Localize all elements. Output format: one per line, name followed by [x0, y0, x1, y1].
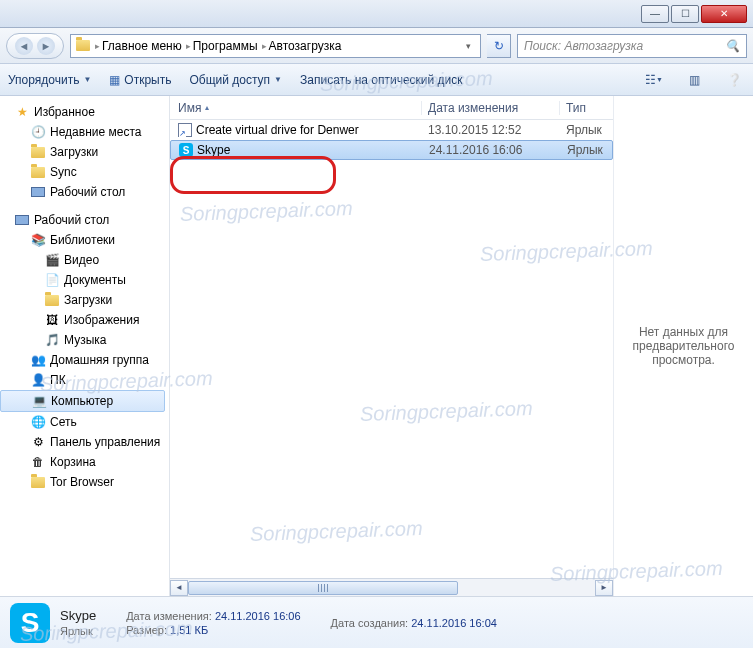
- file-type: Ярлык: [560, 123, 610, 137]
- nav-music[interactable]: 🎵Музыка: [0, 330, 169, 350]
- window-titlebar: — ☐ ✕: [0, 0, 753, 28]
- file-row-selected[interactable]: SSkype 24.11.2016 16:06 Ярлык: [170, 140, 613, 160]
- video-icon: 🎬: [44, 252, 60, 268]
- search-input[interactable]: Поиск: Автозагрузка 🔍: [517, 34, 747, 58]
- minimize-button[interactable]: —: [641, 5, 669, 23]
- view-menu[interactable]: ☷▼: [643, 70, 665, 90]
- libraries-icon: 📚: [30, 232, 46, 248]
- breadcrumb-item[interactable]: ▸Главное меню: [95, 39, 182, 53]
- desktop-header[interactable]: Рабочий стол: [0, 210, 169, 230]
- column-type[interactable]: Тип: [560, 101, 610, 115]
- content-area: Имя▴ Дата изменения Тип Create virtual d…: [170, 96, 753, 596]
- search-icon: 🔍: [725, 39, 740, 53]
- forward-button[interactable]: ►: [37, 37, 55, 55]
- nav-recent[interactable]: 🕘Недавние места: [0, 122, 169, 142]
- address-bar[interactable]: ▸Главное меню ▸Программы ▸Автозагрузка ▾: [70, 34, 481, 58]
- preview-pane: Нет данных для предварительного просмотр…: [613, 96, 753, 596]
- navigation-pane: ★Избранное 🕘Недавние места Загрузки Sync…: [0, 96, 170, 596]
- nav-buttons: ◄ ►: [6, 33, 64, 59]
- nav-homegroup[interactable]: 👥Домашняя группа: [0, 350, 169, 370]
- nav-downloads-lib[interactable]: Загрузки: [0, 290, 169, 310]
- file-date: 24.11.2016 16:06: [423, 143, 561, 157]
- address-dropdown[interactable]: ▾: [460, 41, 476, 51]
- homegroup-icon: 👥: [30, 352, 46, 368]
- size-value: 1,51 КБ: [170, 624, 208, 636]
- folder-icon: [44, 292, 60, 308]
- created-label: Дата создания:: [331, 617, 409, 629]
- nav-computer[interactable]: 💻Компьютер: [0, 390, 165, 412]
- file-name: Create virtual drive for Denwer: [196, 123, 359, 137]
- nav-videos[interactable]: 🎬Видео: [0, 250, 169, 270]
- scroll-track[interactable]: [188, 580, 595, 596]
- preview-empty-text: Нет данных для предварительного просмотр…: [624, 325, 743, 367]
- recent-icon: 🕘: [30, 124, 46, 140]
- close-button[interactable]: ✕: [701, 5, 747, 23]
- nav-desktop-fav[interactable]: Рабочий стол: [0, 182, 169, 202]
- shortcut-icon: [178, 123, 192, 137]
- command-toolbar: Упорядочить▼ ▦Открыть Общий доступ▼ Запи…: [0, 64, 753, 96]
- scroll-right-button[interactable]: ►: [595, 580, 613, 596]
- column-headers: Имя▴ Дата изменения Тип: [170, 96, 613, 120]
- document-icon: 📄: [44, 272, 60, 288]
- star-icon: ★: [14, 104, 30, 120]
- folder-icon: [75, 38, 91, 54]
- file-type: Ярлык: [561, 143, 611, 157]
- created-value: 24.11.2016 16:04: [411, 617, 497, 629]
- nav-network[interactable]: 🌐Сеть: [0, 412, 169, 432]
- maximize-button[interactable]: ☐: [671, 5, 699, 23]
- file-date: 13.10.2015 12:52: [422, 123, 560, 137]
- desktop-icon: [14, 212, 30, 228]
- scroll-left-button[interactable]: ◄: [170, 580, 188, 596]
- nav-control-panel[interactable]: ⚙Панель управления: [0, 432, 169, 452]
- modified-value: 24.11.2016 16:06: [215, 610, 301, 622]
- size-label: Размер:: [126, 624, 167, 636]
- skype-icon: S: [179, 143, 193, 157]
- picture-icon: 🖼: [44, 312, 60, 328]
- file-rows: Create virtual drive for Denwer 13.10.20…: [170, 120, 613, 160]
- open-button[interactable]: ▦Открыть: [109, 73, 171, 87]
- horizontal-scrollbar: ◄ ►: [170, 578, 613, 596]
- skype-icon-large: S: [10, 603, 50, 643]
- refresh-button[interactable]: ↻: [487, 34, 511, 58]
- organize-menu[interactable]: Упорядочить▼: [8, 73, 91, 87]
- file-name: Skype: [197, 143, 230, 157]
- preview-pane-toggle[interactable]: ▥: [683, 70, 705, 90]
- nav-documents[interactable]: 📄Документы: [0, 270, 169, 290]
- nav-recycle-bin[interactable]: 🗑Корзина: [0, 452, 169, 472]
- folder-icon: [30, 164, 46, 180]
- user-icon: 👤: [30, 372, 46, 388]
- nav-libraries[interactable]: 📚Библиотеки: [0, 230, 169, 250]
- address-row: ◄ ► ▸Главное меню ▸Программы ▸Автозагруз…: [0, 28, 753, 64]
- search-placeholder: Поиск: Автозагрузка: [524, 39, 643, 53]
- details-name: Skype: [60, 608, 96, 623]
- file-list: Имя▴ Дата изменения Тип Create virtual d…: [170, 96, 613, 596]
- desktop-icon: [30, 184, 46, 200]
- share-menu[interactable]: Общий доступ▼: [189, 73, 282, 87]
- favorites-header[interactable]: ★Избранное: [0, 102, 169, 122]
- modified-label: Дата изменения:: [126, 610, 212, 622]
- breadcrumb-item[interactable]: ▸Автозагрузка: [262, 39, 342, 53]
- control-panel-icon: ⚙: [30, 434, 46, 450]
- back-button[interactable]: ◄: [15, 37, 33, 55]
- column-name[interactable]: Имя▴: [170, 101, 422, 115]
- folder-icon: [30, 474, 46, 490]
- main-area: ★Избранное 🕘Недавние места Загрузки Sync…: [0, 96, 753, 596]
- nav-downloads[interactable]: Загрузки: [0, 142, 169, 162]
- help-button[interactable]: ❔: [723, 70, 745, 90]
- details-pane: S Skype Ярлык Дата изменения: 24.11.2016…: [0, 596, 753, 648]
- network-icon: 🌐: [30, 414, 46, 430]
- computer-icon: 💻: [31, 393, 47, 409]
- nav-pictures[interactable]: 🖼Изображения: [0, 310, 169, 330]
- breadcrumb-item[interactable]: ▸Программы: [186, 39, 258, 53]
- recycle-icon: 🗑: [30, 454, 46, 470]
- folder-icon: [30, 144, 46, 160]
- nav-tor[interactable]: Tor Browser: [0, 472, 169, 492]
- file-row[interactable]: Create virtual drive for Denwer 13.10.20…: [170, 120, 613, 140]
- details-type: Ярлык: [60, 625, 96, 637]
- nav-pc[interactable]: 👤ПК: [0, 370, 169, 390]
- nav-sync[interactable]: Sync: [0, 162, 169, 182]
- scroll-thumb[interactable]: [188, 581, 458, 595]
- burn-button[interactable]: Записать на оптический диск: [300, 73, 463, 87]
- column-date[interactable]: Дата изменения: [422, 101, 560, 115]
- music-icon: 🎵: [44, 332, 60, 348]
